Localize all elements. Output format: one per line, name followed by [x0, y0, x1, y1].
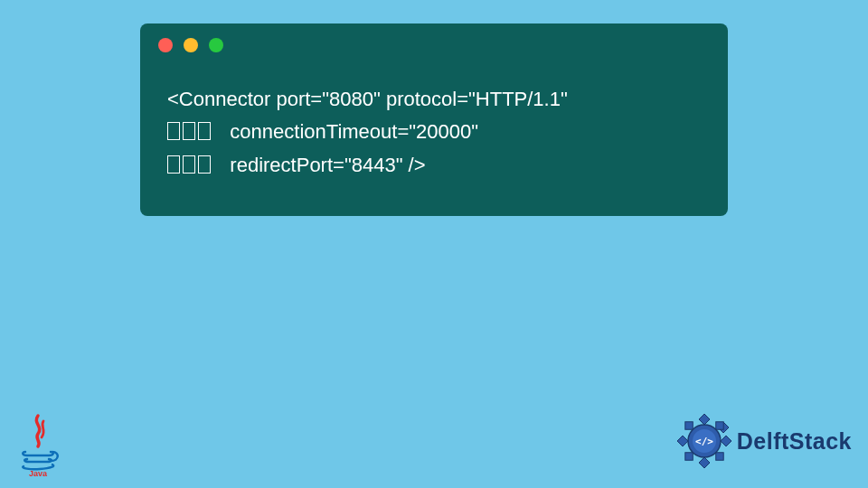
tofu-glyph	[167, 122, 180, 140]
delftstack-badge: </> DelftStack	[675, 412, 852, 470]
tofu-glyph	[183, 122, 195, 140]
close-icon	[158, 38, 173, 52]
tofu-glyph	[183, 155, 195, 174]
tofu-glyph	[198, 155, 211, 174]
minimize-icon	[184, 38, 198, 52]
code-line-2: connectionTimeout="20000"	[230, 120, 478, 143]
maximize-icon	[209, 38, 223, 52]
delftstack-text: DelftStack	[737, 428, 852, 455]
code-block: <Connector port="8080" protocol="HTTP/1.…	[140, 61, 728, 191]
delftstack-logo-icon: </>	[675, 412, 733, 470]
tofu-glyph	[198, 122, 211, 140]
java-label-text: Java	[29, 469, 48, 477]
code-line-3: redirectPort="8443" />	[230, 154, 425, 176]
code-window: <Connector port="8080" protocol="HTTP/1.…	[140, 23, 728, 216]
code-line-1: <Connector port="8080" protocol="HTTP/1.…	[167, 88, 568, 110]
java-logo-icon: Java	[14, 412, 61, 477]
tofu-glyph	[167, 155, 180, 174]
svg-text:</>: </>	[695, 436, 713, 447]
window-controls	[140, 23, 728, 61]
